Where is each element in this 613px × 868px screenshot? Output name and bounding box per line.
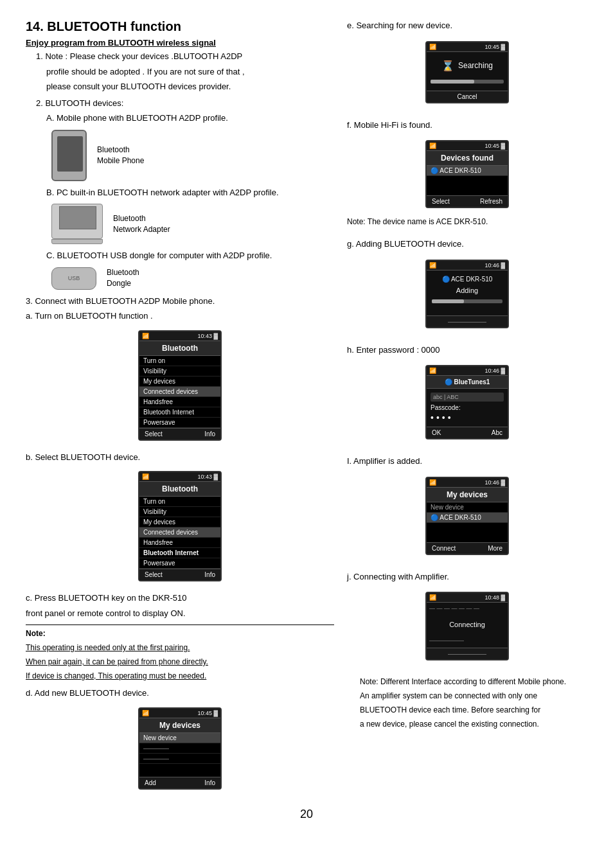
note2b: B. PC built-in BLUETOOTH network adapter… [46, 186, 334, 199]
phone-b-header: 📶 10:43 ▓ [139, 472, 220, 482]
phone-e-footer: Cancel [427, 91, 508, 102]
laptop-screen-graphic [59, 206, 96, 229]
phone-d-item1: ———— [139, 743, 220, 754]
phone-a-item-2: Visibility [139, 366, 220, 376]
phone-d-footer-right: Info [204, 779, 215, 786]
phone-b-item-1: Turn on [139, 497, 220, 507]
note1: 1. Note : Please check your devices .BLU… [36, 50, 334, 63]
phone-i-footer-left: Connect [432, 545, 456, 552]
phone-device-image [51, 130, 87, 181]
phone-j-header: 📶 10:48 ▓ [427, 593, 508, 603]
note-bottom1: Note: Different Interface according to d… [360, 676, 587, 687]
phone-a-title: Bluetooth [139, 341, 220, 356]
phone-screen-a-container: 📶 10:43 ▓ Bluetooth Turn on Visibility M… [26, 325, 334, 446]
phone-i-footer-right: More [488, 545, 502, 552]
note-line3: If device is changed, This operating mus… [26, 670, 334, 682]
bt-mobile-label: Bluetooth Mobile Phone [97, 145, 144, 166]
phone-f-header: 📶 10:45 ▓ [427, 141, 508, 151]
phone-screen-graphic [57, 136, 83, 172]
phone-a-footer-right: Info [204, 430, 215, 438]
dongle-image: USB [51, 267, 96, 290]
step-j-label: j. Connecting with Amplifier. [347, 571, 587, 583]
step3: 3. Connect with BLUETOOTH A2DP Mobile ph… [26, 295, 334, 308]
phone-a-item-6: Bluetooth Internet [139, 407, 220, 418]
phone-e-body: ⌛ Searching [427, 52, 508, 91]
phone-j-body: — — — — — — — Connecting —————— [427, 603, 508, 648]
step-c-title: c. Press BLUETOOTH key on the DKR-510 [26, 592, 334, 605]
bluetooth-dongle-illustration: USB Bluetooth Dongle [51, 267, 334, 290]
note2: 2. BLUTOOTH devices: [36, 97, 334, 110]
note2c: C. BLUETOOTH USB dongle for computer wit… [46, 249, 334, 262]
note-box: Note: This operating is needed only at t… [26, 624, 334, 682]
note-label: Note: [26, 628, 334, 639]
phone-e-progress-fill [431, 80, 474, 84]
note2a: A. Mobile phone with BLUETOOTH A2DP prof… [46, 112, 334, 125]
phone-g-footer: —————— [427, 315, 508, 327]
note1b: please consult your BLUTOOTH devices pro… [46, 80, 334, 93]
phone-f-title: Devices found [427, 151, 508, 166]
phone-screen-g: 📶 10:46 ▓ 🔵 ACE DKR-510 Adding [425, 260, 509, 328]
bt-dongle-label: Bluetooth Dongle [107, 267, 139, 289]
note-bottom3: BLUETOOTH device each time. Before searc… [360, 704, 587, 716]
phone-screen-e: 📶 10:45 ▓ ⌛ Searching Cancel [425, 41, 509, 103]
step-i-label: I. Amplifier is added. [347, 455, 587, 468]
step-f-label: f. Mobile Hi-Fi is found. [347, 119, 587, 132]
step-g-label: g. Adding BLUETOOTH device. [347, 238, 587, 251]
phone-j-bottom-text: —————— [429, 637, 505, 644]
phone-a-item-3: My devices [139, 376, 220, 387]
phone-g-adding: Adding [432, 287, 502, 294]
phone-b-item-6: Bluetooth Internet [139, 548, 220, 558]
phone-h-keyboard: abc | ABC [431, 393, 504, 402]
phone-i-content [427, 523, 508, 542]
phone-a-item-1: Turn on [139, 356, 220, 366]
phone-d-title: My devices [139, 718, 220, 733]
phone-d-sub: New device [139, 733, 220, 743]
section-f: f. Mobile Hi-Fi is found. 📶 10:45 ▓ Devi… [347, 119, 587, 228]
phone-screen-f: 📶 10:45 ▓ Devices found 🔵 ACE DKR-510 Se… [425, 140, 509, 208]
phone-screen-d-container: 📶 10:45 ▓ My devices New device ———— ———… [26, 702, 334, 795]
step-h-label: h. Enter password : 0000 [347, 344, 587, 357]
phone-d-footer: Add Info [139, 777, 220, 788]
enjoy-program-label: Enjoy program from BLUTOOTH wireless sig… [26, 38, 334, 48]
phone-b-item-2: Visibility [139, 507, 220, 517]
step-b: b. Select BLUETOOTH device. [26, 451, 334, 464]
phone-j-top-text: — — — — — — — [429, 605, 505, 612]
phone-screen-f-container: 📶 10:45 ▓ Devices found 🔵 ACE DKR-510 Se… [347, 135, 587, 213]
phone-h-footer-right: Abc [492, 429, 502, 436]
phone-i-item: 🔵 ACE DKR-510 [427, 513, 508, 523]
step-e-label: e. Searching for new device. [347, 19, 587, 32]
phone-b-item-5: Handsfree [139, 538, 220, 548]
phone-f-footer-left: Select [432, 198, 450, 205]
page-content: 14. BLUETOOTH function Enjoy program fro… [26, 19, 587, 795]
phone-h-passcode-label: Passcode: [431, 404, 504, 411]
phone-h-header: 📶 10:46 ▓ [427, 366, 508, 376]
bluetooth-laptop-illustration: Bluetooth Network Adapter [51, 204, 334, 244]
section-g: g. Adding BLUETOOTH device. 📶 10:46 ▓ 🔵 … [347, 238, 587, 333]
section-e: e. Searching for new device. 📶 10:45 ▓ ⌛… [347, 19, 587, 109]
phone-d-content [139, 764, 220, 777]
phone-screen-b: 📶 10:43 ▓ Bluetooth Turn on Visibility M… [138, 471, 222, 581]
note-bottom4: a new device, please cancel the existing… [360, 718, 587, 730]
section-j: j. Connecting with Amplifier. 📶 10:48 ▓ … [347, 571, 587, 666]
phone-g-item: 🔵 ACE DKR-510 [432, 276, 502, 283]
step-a: a. Turn on BLUETOOTH function . [26, 310, 334, 323]
phone-b-item-7: Powersave [139, 558, 220, 569]
phone-e-searching: ⌛ Searching [431, 55, 504, 77]
phone-f-footer-right: Refresh [480, 198, 502, 205]
phone-a-item-5: Handsfree [139, 397, 220, 407]
bottom-notes: Note: Different Interface according to d… [347, 676, 587, 730]
section-title: 14. BLUETOOTH function [26, 19, 334, 34]
phone-d-item2: ———— [139, 754, 220, 764]
phone-b-title: Bluetooth [139, 482, 220, 497]
section-h: h. Enter password : 0000 📶 10:46 ▓ 🔵 Blu… [347, 344, 587, 445]
laptop-image [51, 204, 103, 239]
note-line2: When pair again, it can be paired from p… [26, 656, 334, 668]
phone-a-header: 📶 10:43 ▓ [139, 332, 220, 341]
phone-screen-j: 📶 10:48 ▓ — — — — — — — Connecting —————… [425, 592, 509, 660]
phone-screen-g-container: 📶 10:46 ▓ 🔵 ACE DKR-510 Adding [347, 254, 587, 333]
note-bottom2: An amplifier system can be connected wit… [360, 690, 587, 702]
step-c-body: front panel or remote control to display… [26, 607, 334, 620]
phone-h-footer: OK Abc [427, 427, 508, 438]
phone-d-header: 📶 10:45 ▓ [139, 709, 220, 718]
phone-g-header: 📶 10:46 ▓ [427, 261, 508, 270]
